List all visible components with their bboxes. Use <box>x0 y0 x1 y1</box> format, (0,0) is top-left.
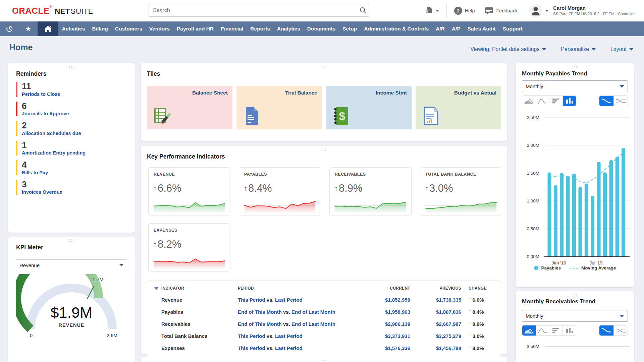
tile-budget-vs-actual[interactable]: Budget vs Actual <box>416 86 501 129</box>
moving-average-on-button[interactable] <box>599 325 613 336</box>
gauge-threshold-label: 1.7M <box>93 277 104 282</box>
area-chart-button[interactable] <box>522 325 536 336</box>
area-chart-button[interactable] <box>522 96 536 106</box>
drag-handle-icon[interactable] <box>69 65 74 69</box>
kpi-card-revenue[interactable]: REVENUE ↑6.6% <box>148 167 230 216</box>
reminder-periods-to-close[interactable]: 11 Periods to Close <box>16 82 128 97</box>
chevron-down-icon <box>119 264 123 266</box>
gauge-value: $1.9M <box>50 304 92 321</box>
user-menu[interactable] <box>529 4 548 17</box>
tile-trial-balance[interactable]: Trial Balance <box>236 86 322 129</box>
kpi-card-expenses[interactable]: EXPENSES ↑8.2% <box>148 223 230 272</box>
dot-marker-icon <box>534 266 538 270</box>
drag-handle-icon[interactable] <box>321 148 327 152</box>
reminder-bills-to-pay[interactable]: 4 Bills to Pay <box>16 160 128 175</box>
tile-income-stmt[interactable]: Income Stmt $ <box>326 86 412 129</box>
layout-menu[interactable]: Layout <box>610 46 633 52</box>
trend-up-icon: ↑ <box>425 184 429 193</box>
moving-average-toggle-group <box>599 325 628 336</box>
feedback-button[interactable]: Feedback <box>485 7 518 15</box>
help-button[interactable]: ? Help <box>454 7 475 15</box>
personalize-menu[interactable]: Personalize <box>561 46 596 52</box>
search-input[interactable] <box>149 7 357 13</box>
line-chart-button[interactable] <box>536 325 549 336</box>
shortcuts-button[interactable]: ★ <box>19 21 38 36</box>
moving-average-on-button[interactable] <box>599 96 613 106</box>
hbar-chart-button[interactable] <box>549 96 562 106</box>
svg-text:1.00M: 1.00M <box>527 198 539 203</box>
drag-handle-icon[interactable] <box>69 239 74 242</box>
reminder-amortization-entry[interactable]: 1 Amortization Entry pending <box>16 141 128 156</box>
main-nav: ★ Activities Billing Customers Vendors P… <box>0 21 644 36</box>
tiles-portlet: Tiles Balance Sheet Trial Balance Income… <box>141 63 507 141</box>
drag-handle-icon[interactable] <box>572 65 578 69</box>
payables-bar-chart: 2.50M2.00M1.50M1.00M0.50M0.00MJan '19Jul… <box>516 106 634 267</box>
moving-average-off-button[interactable] <box>613 96 628 106</box>
kpi-card-total-bank-balance[interactable]: TOTAL BANK BALANCE ↑3.0% <box>420 167 502 216</box>
payables-sparkline <box>243 197 317 214</box>
nav-ap[interactable]: A/P <box>448 26 464 32</box>
drag-handle-icon[interactable] <box>321 360 327 362</box>
help-icon: ? <box>454 7 462 15</box>
drag-handle-icon[interactable] <box>321 65 327 69</box>
gauge-metric-label: REVENUE <box>58 322 84 328</box>
global-search[interactable] <box>149 4 369 17</box>
trend-up-icon: ↑ <box>153 184 157 193</box>
nav-analytics[interactable]: Analytics <box>273 26 304 32</box>
nav-setup[interactable]: Setup <box>339 26 361 32</box>
legend-payables: Payables <box>534 265 561 270</box>
search-icon[interactable] <box>357 7 369 14</box>
user-info[interactable]: Carol Morgan SS Pure FF EM US 2019.2 - F… <box>553 5 635 16</box>
tiles-title: Tiles <box>147 70 160 77</box>
drag-handle-icon[interactable] <box>572 294 578 297</box>
nav-payroll-hr[interactable]: Payroll and HR <box>173 26 217 32</box>
svg-text:1.50M: 1.50M <box>527 171 539 176</box>
nav-sales-audit[interactable]: Sales Audit <box>464 26 499 32</box>
moving-average-off-button[interactable] <box>613 325 628 336</box>
home-tab[interactable] <box>38 21 58 36</box>
svg-text:Jul '19: Jul '19 <box>589 260 602 265</box>
viewing-settings-menu[interactable]: Viewing: Portlet date settings <box>470 46 546 52</box>
hbar-chart-button[interactable] <box>549 325 562 336</box>
recent-records-button[interactable] <box>0 21 19 36</box>
payables-period-select[interactable]: Monthly <box>522 80 628 92</box>
vbar-chart-button[interactable] <box>562 325 576 336</box>
star-icon: ★ <box>25 25 32 33</box>
svg-text:2.00M: 2.00M <box>527 143 539 148</box>
kpi-metric-select[interactable]: Revenue <box>16 259 127 271</box>
nav-billing[interactable]: Billing <box>89 26 111 32</box>
nav-customers[interactable]: Customers <box>111 26 146 32</box>
table-row: Expenses This Period vs. Last Period $1,… <box>147 342 501 354</box>
svg-text:Jan '19: Jan '19 <box>552 260 566 265</box>
collapse-table-icon[interactable] <box>154 287 159 290</box>
tile-balance-sheet[interactable]: Balance Sheet <box>147 86 232 129</box>
receivables-period-select[interactable]: Monthly <box>522 310 628 322</box>
svg-text:2.50M: 2.50M <box>527 115 539 120</box>
kpi-card-receivables[interactable]: RECEIVABLES ↑8.9% <box>329 167 412 216</box>
nav-financial[interactable]: Financial <box>217 26 247 32</box>
reminder-allocation-schedules[interactable]: 2 Allocation Schedules due <box>16 121 128 136</box>
reminder-invoices-overdue[interactable]: 3 Invoices Overdue <box>16 180 128 195</box>
trend-up-icon: ↑ <box>334 184 338 193</box>
line-chart-button[interactable] <box>536 96 549 106</box>
table-row: Total Bank Balance This Period vs. Last … <box>147 330 501 342</box>
nav-reports[interactable]: Reports <box>247 26 274 32</box>
nav-admin-controls[interactable]: Administration & Controls <box>361 26 432 32</box>
nav-activities[interactable]: Activities <box>58 26 89 32</box>
reminder-journals-to-approve[interactable]: 6 Journals to Approve <box>16 102 128 117</box>
nav-support[interactable]: Support <box>499 26 526 32</box>
chevron-down-icon <box>542 48 546 51</box>
user-avatar-icon <box>529 4 542 17</box>
kpi-card-payables[interactable]: PAYABLES ↑8.4% <box>239 167 321 216</box>
table-row: Payables End of This Month vs. End of La… <box>147 306 501 318</box>
svg-text:$: $ <box>339 110 345 122</box>
nav-documents[interactable]: Documents <box>304 26 339 32</box>
feedback-icon <box>485 7 493 15</box>
create-new-icon[interactable] <box>424 6 439 15</box>
trend-up-icon: ↑ <box>469 320 472 327</box>
nav-ar[interactable]: A/R <box>432 26 448 32</box>
table-header-row: INDICATOR PERIOD CURRENT PREVIOUS CHANGE <box>147 283 501 294</box>
revenue-sparkline <box>152 197 226 214</box>
nav-vendors[interactable]: Vendors <box>146 26 173 32</box>
vbar-chart-button[interactable] <box>562 96 576 106</box>
